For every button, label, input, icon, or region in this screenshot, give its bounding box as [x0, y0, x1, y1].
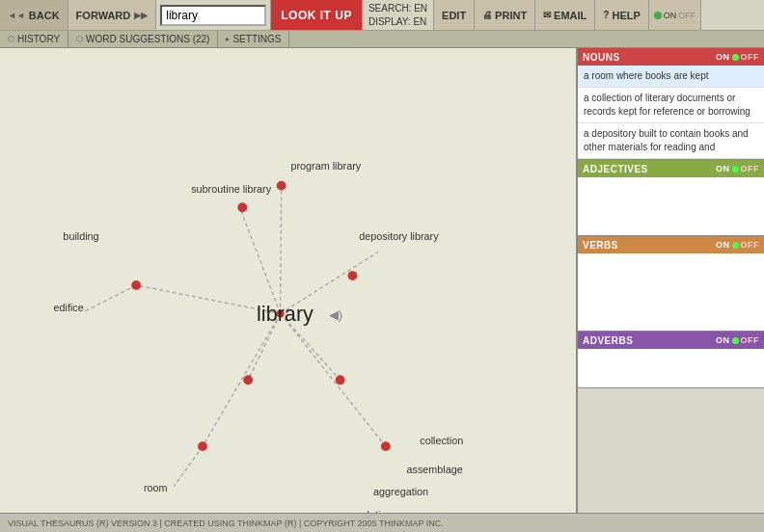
help-icon: ? [603, 10, 609, 20]
svg-line-0 [281, 186, 282, 314]
svg-point-13 [347, 271, 357, 280]
adv-on-dot[interactable] [732, 337, 739, 344]
nouns-content: a room where books are kept a collection… [578, 66, 764, 159]
aggregation-label[interactable]: aggregation [373, 486, 428, 497]
help-button[interactable]: ? HELP [595, 0, 648, 30]
verbs-section: VERBS ON OFF [578, 236, 764, 332]
status-bar: VISUAL THESAURUS (R) VERSION 3 | CREATED… [0, 513, 764, 532]
verbs-off-label[interactable]: OFF [741, 240, 760, 250]
verbs-on-off: ON OFF [716, 240, 759, 250]
subroutine-library-label[interactable]: subroutine library [191, 183, 272, 195]
program-library-label[interactable]: program library [290, 160, 361, 172]
svg-line-8 [203, 313, 281, 446]
display-lang: DISPLAY: EN [368, 15, 427, 29]
adverbs-on-off: ON OFF [716, 335, 759, 345]
adv-off-label[interactable]: OFF [741, 335, 760, 345]
adverbs-header-label: ADVERBS [583, 335, 633, 346]
history-item[interactable]: ⬡ HISTORY [0, 31, 68, 47]
history-icon: ⬡ [8, 35, 14, 43]
email-label: EMAIL [554, 10, 587, 21]
back-button[interactable]: ◄◄ BACK [0, 0, 68, 30]
noun-entry-0[interactable]: a room where books are kept [578, 66, 764, 88]
verbs-content [578, 253, 764, 331]
print-button[interactable]: 🖨 PRINT [475, 0, 535, 30]
svg-point-12 [237, 202, 247, 212]
settings-label: SETTINGS [232, 34, 281, 44]
svg-line-9 [174, 446, 203, 486]
search-input[interactable] [160, 5, 266, 26]
global-on-off: ON OFF [649, 0, 702, 30]
email-icon: ✉ [543, 10, 551, 20]
svg-point-14 [131, 280, 141, 290]
adjectives-on-off: ON OFF [716, 164, 759, 173]
adj-on-label[interactable]: ON [716, 164, 730, 173]
settings-icon: ▸ [226, 35, 230, 43]
adverbs-section: ADVERBS ON OFF [578, 332, 764, 388]
forward-button[interactable]: FORWARD ▶▶ [68, 0, 157, 30]
on-label: ON [664, 11, 677, 20]
word-suggestions-icon: ⬡ [76, 35, 83, 43]
word-suggestions-item[interactable]: ⬡ WORD SUGGESTIONS (22) [68, 31, 218, 47]
back-arrow-icon: ◄◄ [8, 11, 25, 20]
right-panel: NOUNS ON OFF a room where books are kept… [576, 48, 764, 513]
edit-button[interactable]: EDIT [434, 0, 475, 30]
nouns-off-label[interactable]: OFF [741, 52, 760, 62]
svg-line-4 [84, 285, 136, 312]
svg-point-17 [381, 441, 391, 451]
svg-line-7 [281, 313, 386, 446]
nouns-header-label: NOUNS [583, 52, 620, 63]
nouns-on-dot[interactable] [732, 54, 739, 61]
forward-label: FORWARD [76, 10, 131, 21]
toolbar: ◄◄ BACK FORWARD ▶▶ LOOK IT UP SEARCH: EN… [0, 0, 764, 31]
email-button[interactable]: ✉ EMAIL [535, 0, 595, 30]
status-text: VISUAL THESAURUS (R) VERSION 3 | CREATED… [8, 519, 444, 528]
verbs-on-label[interactable]: ON [716, 240, 730, 250]
assemblage-label[interactable]: assemblage [406, 464, 462, 475]
accumulation-label[interactable]: accumulation [331, 509, 393, 513]
on-dot-icon [654, 12, 662, 19]
history-label: HISTORY [17, 34, 60, 44]
word-graph: program library subroutine library depos… [0, 48, 576, 513]
verbs-header-label: VERBS [583, 240, 618, 251]
search-lang: SEARCH: EN [368, 2, 427, 15]
verbs-header: VERBS ON OFF [578, 236, 764, 253]
adjectives-section: ADJECTIVES ON OFF [578, 160, 764, 236]
lang-info: SEARCH: EN DISPLAY: EN [363, 0, 434, 30]
svg-point-16 [336, 375, 345, 385]
room-label[interactable]: room [144, 482, 168, 493]
adjectives-content [578, 177, 764, 235]
collection-label[interactable]: collection [420, 435, 463, 446]
center-word-label[interactable]: library [257, 302, 314, 326]
forward-arrow-icon: ▶▶ [134, 11, 148, 20]
adjectives-header: ADJECTIVES ON OFF [578, 160, 764, 177]
word-suggestions-label: WORD SUGGESTIONS (22) [86, 34, 209, 44]
print-icon: 🖨 [482, 10, 492, 20]
svg-line-1 [240, 209, 280, 313]
nouns-header: NOUNS ON OFF [578, 48, 764, 66]
nouns-on-label[interactable]: ON [716, 52, 730, 62]
settings-item[interactable]: ▸ SETTINGS [218, 31, 289, 47]
adv-on-label[interactable]: ON [716, 335, 730, 345]
help-label: HELP [612, 10, 640, 21]
adjectives-header-label: ADJECTIVES [583, 164, 648, 174]
adj-on-dot[interactable] [732, 166, 739, 173]
noun-entry-1[interactable]: a collection of literary documents or re… [578, 88, 764, 123]
edit-label: EDIT [442, 10, 466, 21]
canvas-area[interactable]: program library subroutine library depos… [0, 48, 576, 513]
main-area: program library subroutine library depos… [0, 48, 764, 513]
verbs-on-dot[interactable] [732, 242, 739, 249]
nouns-section: NOUNS ON OFF a room where books are kept… [578, 48, 764, 160]
depository-library-label[interactable]: depository library [359, 230, 439, 242]
adj-off-label[interactable]: OFF [741, 164, 760, 173]
back-label: BACK [29, 10, 60, 21]
lookit-button[interactable]: LOOK IT UP [271, 0, 363, 30]
edifice-label[interactable]: edifice [54, 302, 84, 313]
building-label[interactable]: building [63, 230, 98, 242]
lookit-label: LOOK IT UP [281, 9, 352, 22]
adverbs-header: ADVERBS ON OFF [578, 332, 764, 349]
svg-point-18 [198, 441, 207, 451]
sound-icon[interactable]: ◀) [329, 307, 342, 322]
secondary-toolbar: ⬡ HISTORY ⬡ WORD SUGGESTIONS (22) ▸ SETT… [0, 31, 764, 48]
noun-entry-2[interactable]: a depository built to contain books and … [578, 123, 764, 159]
svg-point-11 [277, 181, 286, 191]
